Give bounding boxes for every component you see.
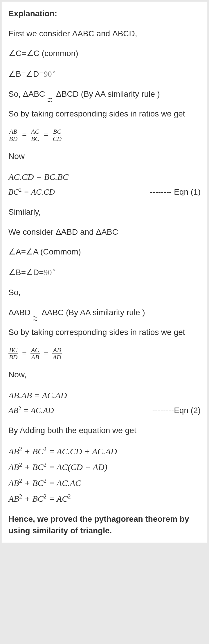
frac-ac-ab: ACAB xyxy=(30,347,40,361)
degree-2: ∘ xyxy=(52,267,56,273)
para-1: First we consider ΔABC and ΔBCD, xyxy=(8,28,201,40)
equation-2-block: AB.AB = AC.AD AB2 = AC.AD --------Eqn (2… xyxy=(8,389,201,417)
ninety-2: 90 xyxy=(44,268,52,277)
frac-bc-cd: BCCD xyxy=(52,128,62,142)
para-15: By Adding both the equation we get xyxy=(8,425,201,437)
para-6: Now xyxy=(8,150,201,162)
para-12: ΔABD ΔABC (By AA similarity rule ) xyxy=(8,307,201,319)
angle-b-eq: ∠B=∠D= xyxy=(8,69,44,78)
equals-1: = xyxy=(20,130,30,139)
equals-2: = xyxy=(42,130,52,139)
ninety-1: 90 xyxy=(44,69,52,78)
frac-ab-bd: ABBD xyxy=(8,128,18,142)
para-8: We consider ΔABD and ΔABC xyxy=(8,226,201,238)
frac-ac-bc: ACBC xyxy=(30,128,40,142)
ratio-1: ABBD = ACBC = BCCD xyxy=(8,128,201,142)
para-3: ∠B=∠D=90∘ xyxy=(8,68,201,80)
final-line-2: AB2 + BC2 = AC(CD + AD) xyxy=(8,460,201,473)
eqn1-label: -------- Eqn (1) xyxy=(55,186,201,198)
para-5: So by taking corresponding sides in rati… xyxy=(8,108,201,120)
ratio-2: BCBD = ACAB = ABAD xyxy=(8,347,201,361)
eq1-line1: AC.CD = BC.BC xyxy=(8,172,69,182)
final-block: AB2 + BC2 = AC.CD + AC.AD AB2 + BC2 = AC… xyxy=(8,445,201,505)
para-10: ∠B=∠D=90∘ xyxy=(8,266,201,279)
angle-b-eq-2: ∠B=∠D= xyxy=(8,268,44,277)
eq1-line2: BC2 = AC.CD xyxy=(8,186,55,198)
para-9: ∠A=∠A (Commom) xyxy=(8,246,201,258)
eq2-line1: AB.AB = AC.AD xyxy=(8,390,67,400)
eq2-line2: AB2 = AC.AD xyxy=(8,404,54,417)
similar-2-a: ΔABD xyxy=(8,308,33,317)
equals-4: = xyxy=(42,349,52,358)
para-4: So, ΔABC ΔBCD (By AA similarity rule ) xyxy=(8,88,201,100)
final-line-1: AB2 + BC2 = AC.CD + AC.AD xyxy=(8,445,201,458)
eqn2-label: --------Eqn (2) xyxy=(54,405,201,417)
heading: Explanation: xyxy=(8,8,201,20)
equation-1-block: AC.CD = BC.BC BC2 = AC.CD -------- Eqn (… xyxy=(8,171,201,198)
final-line-3: AB2 + BC2 = AC.AC xyxy=(8,476,201,489)
para-7: Similarly, xyxy=(8,206,201,218)
frac-bc-bd: BCBD xyxy=(8,347,18,361)
para-13: So by taking corresponding sides in rati… xyxy=(8,327,201,338)
similar-2-b: ΔABC (By AA similarity rule ) xyxy=(39,308,145,317)
para-2: ∠C=∠C (common) xyxy=(8,48,201,60)
degree-1: ∘ xyxy=(52,69,56,75)
similar-1-b: ΔBCD (By AA similarity rule ) xyxy=(54,89,160,98)
explanation-card: Explanation: First we consider ΔABC and … xyxy=(2,2,207,543)
final-line-4: AB2 + BC2 = AC2 xyxy=(8,492,201,505)
frac-ab-ad: ABAD xyxy=(52,347,62,361)
equals-3: = xyxy=(20,349,30,358)
para-14: Now, xyxy=(8,369,201,381)
para-11: So, xyxy=(8,287,201,299)
similar-1-a: So, ΔABC xyxy=(8,89,47,98)
common-note: (common) xyxy=(39,49,78,58)
conclusion: Hence, we proved the pythagorean theorem… xyxy=(8,513,201,537)
angle-c-eq: ∠C=∠C xyxy=(8,49,39,58)
